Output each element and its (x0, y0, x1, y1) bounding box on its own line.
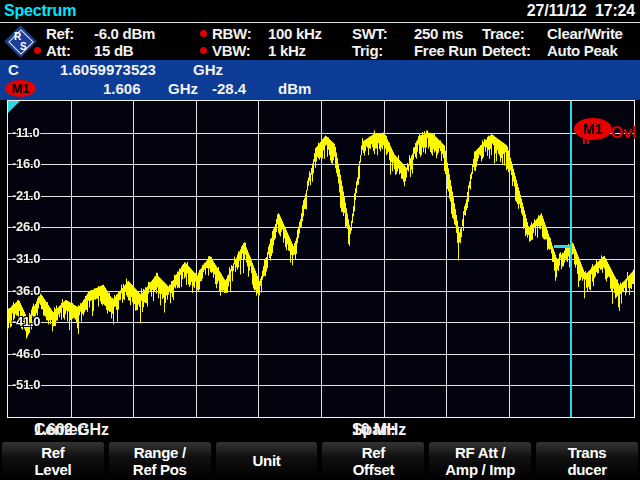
y-axis-tick-label: -11.0 (12, 125, 39, 140)
m1-level-unit: dBm (278, 79, 311, 98)
spectrum-display: IF M1 Ovl -11.0-16.0-21.0-26.0-31.0-36.0… (7, 100, 635, 418)
setting-value: Free Run (414, 42, 477, 59)
manual-setting-bullet-icon (200, 30, 207, 37)
setting-value: 250 ms (414, 25, 463, 42)
center-row-value: 1.6059973523 (60, 60, 156, 79)
span-value: 10 MHz (352, 420, 406, 440)
m1-frequency-unit: GHz (168, 79, 198, 98)
setting-label: Att: (46, 42, 71, 59)
softkey-ref-offset[interactable]: RefOffset (322, 442, 424, 479)
marker-m1-row: M1 1.606 GHz -28.4 dBm (0, 79, 640, 98)
center-row-unit: GHz (193, 60, 223, 79)
softkey-label: Unit (216, 452, 318, 469)
setting-value: 15 dB (94, 42, 133, 59)
softkey-label: Offset (322, 461, 424, 478)
m1-level: -28.4 (212, 79, 246, 98)
setting-label: Trig: (352, 42, 383, 59)
y-axis-tick-label: -41.0 (12, 314, 40, 329)
softkey-range-ref-pos[interactable]: Range /Ref Pos (109, 442, 211, 479)
rohde-schwarz-logo-icon: R S (3, 24, 39, 60)
y-axis-tick-label: -46.0 (12, 346, 40, 361)
setting-label: VBW: (212, 42, 251, 59)
if-overload-indicator: Ovl (611, 124, 637, 142)
y-axis-tick-label: -51.0 (12, 377, 40, 392)
setting-label: Ref: (46, 25, 74, 42)
softkey-rf-att-amp-imp[interactable]: RF Att /Amp / Imp (429, 442, 531, 479)
title-bar: Spectrum 27/11/12 17:24 (0, 0, 640, 23)
setting-value: 100 kHz (268, 25, 322, 42)
setting-label: SWT: (352, 25, 387, 42)
time: 17:24 (595, 2, 635, 19)
setting-value: Clear/Write (547, 25, 623, 42)
softkey-label: Range / (109, 444, 211, 461)
softkey-label: ducer (536, 461, 638, 478)
y-axis-tick-label: -16.0 (12, 156, 40, 171)
m1-frequency: 1.606 (103, 79, 141, 98)
marker-readout-bar: C 1.6059973523 GHz M1 1.606 GHz -28.4 dB… (0, 60, 640, 100)
softkey-menu: RefLevelRange /Ref PosUnitRefOffsetRF At… (0, 441, 640, 480)
softkey-label: Level (2, 461, 104, 478)
setting-label: Trace: (482, 25, 524, 42)
marker-m1-cross-icon[interactable] (554, 245, 572, 248)
center-frequency-row: C 1.6059973523 GHz (0, 60, 640, 79)
trace-canvas (8, 101, 634, 417)
frequency-info-bar: Center:1.602 GHz Span:10 MHz (0, 418, 640, 440)
softkey-label: Ref (2, 444, 104, 461)
center-row-label: C (8, 60, 19, 79)
spectrum-analyzer-screen: Spectrum 27/11/12 17:24 Ref:-6.0 dBmAtt:… (0, 0, 640, 480)
y-axis-tick-label: -26.0 (12, 219, 40, 234)
softkey-trans-ducer[interactable]: Transducer (536, 442, 638, 479)
y-axis-tick-label: -31.0 (12, 251, 40, 266)
setting-value: Auto Peak (547, 42, 618, 59)
settings-header: Ref:-6.0 dBmAtt:15 dBRBW:100 kHzVBW:1 kH… (0, 23, 640, 61)
mode-title: Spectrum (4, 2, 76, 20)
marker-m1-line[interactable] (570, 101, 572, 417)
softkey-unit[interactable]: Unit (216, 442, 318, 479)
setting-value: 1 kHz (268, 42, 306, 59)
setting-label: RBW: (212, 25, 251, 42)
setting-value: -6.0 dBm (94, 25, 155, 42)
marker-m1-badge: M1 (5, 80, 36, 97)
logo-letter-s: S (20, 41, 27, 52)
marker-m1-graph-badge: M1 (574, 118, 612, 140)
softkey-label: Ref Pos (109, 461, 211, 478)
manual-setting-bullet-icon (200, 47, 207, 54)
setting-label: Detect: (482, 42, 531, 59)
y-axis-tick-label: -36.0 (12, 283, 40, 298)
y-axis-tick-label: -21.0 (12, 188, 40, 203)
date: 27/11/12 (527, 2, 587, 19)
softkey-label: Amp / Imp (429, 461, 531, 478)
softkey-label: RF Att / (429, 444, 531, 461)
datetime: 27/11/12 17:24 (527, 2, 635, 20)
softkey-label: Trans (536, 444, 638, 461)
ref-position-marker-icon (8, 101, 20, 113)
softkey-ref-level[interactable]: RefLevel (2, 442, 104, 479)
softkey-label: Ref (322, 444, 424, 461)
center-value: 1.602 GHz (34, 420, 109, 440)
